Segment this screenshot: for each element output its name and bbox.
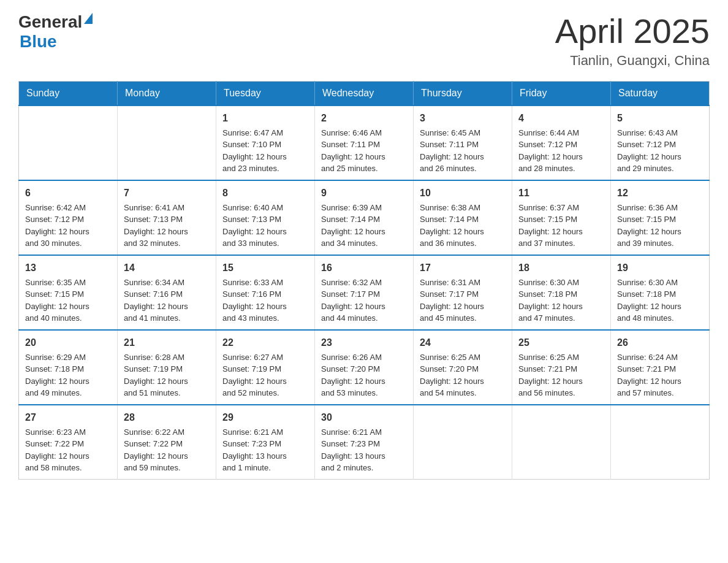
calendar-cell-w2-d3: 8Sunrise: 6:40 AMSunset: 7:13 PMDaylight… [216, 180, 315, 255]
day-info-line: Sunrise: 6:27 AM [222, 351, 308, 364]
day-info-line: Sunset: 7:13 PM [124, 213, 210, 226]
day-info-line: and 47 minutes. [518, 312, 604, 324]
calendar-cell-w4-d5: 24Sunrise: 6:25 AMSunset: 7:20 PMDayligh… [414, 330, 512, 405]
calendar-cell-w5-d2: 28Sunrise: 6:22 AMSunset: 7:22 PMDayligh… [118, 405, 216, 480]
day-info-line: Sunrise: 6:39 AM [321, 202, 407, 214]
day-info-line: Sunset: 7:12 PM [518, 139, 604, 151]
logo-blue-text: Blue [20, 32, 57, 52]
calendar-cell-w4-d6: 25Sunrise: 6:25 AMSunset: 7:21 PMDayligh… [512, 330, 611, 405]
calendar-cell-w3-d6: 18Sunrise: 6:30 AMSunset: 7:18 PMDayligh… [512, 255, 611, 330]
calendar-cell-w5-d4: 30Sunrise: 6:21 AMSunset: 7:23 PMDayligh… [315, 405, 414, 480]
day-info-line: Daylight: 12 hours [321, 226, 407, 238]
day-info-line: Sunset: 7:15 PM [25, 288, 111, 301]
calendar-cell-w3-d5: 17Sunrise: 6:31 AMSunset: 7:17 PMDayligh… [414, 255, 512, 330]
calendar-cell-w4-d3: 22Sunrise: 6:27 AMSunset: 7:19 PMDayligh… [216, 330, 315, 405]
day-info-line: Sunset: 7:22 PM [124, 438, 210, 450]
day-number: 21 [124, 335, 210, 350]
day-info-line: Sunset: 7:23 PM [321, 438, 407, 450]
logo-general-text: General [18, 12, 82, 32]
day-info-line: Sunrise: 6:45 AM [420, 127, 506, 139]
day-number: 3 [420, 111, 506, 126]
day-info-line: Daylight: 12 hours [124, 301, 210, 313]
day-info-line: Sunset: 7:18 PM [617, 288, 703, 301]
day-info-line: Daylight: 12 hours [617, 226, 703, 238]
day-info-line: Sunset: 7:17 PM [420, 288, 506, 301]
day-info-line: Sunset: 7:18 PM [25, 363, 111, 375]
day-info-line: Sunrise: 6:21 AM [321, 426, 407, 439]
day-info-line: Daylight: 12 hours [617, 375, 703, 388]
calendar-week-4: 20Sunrise: 6:29 AMSunset: 7:18 PMDayligh… [19, 330, 710, 405]
day-info-line: Sunset: 7:21 PM [617, 363, 703, 375]
day-number: 8 [222, 186, 308, 201]
calendar-cell-w1-d6: 4Sunrise: 6:44 AMSunset: 7:12 PMDaylight… [512, 105, 611, 180]
title-block: April 2025 Tianlin, Guangxi, China [555, 12, 710, 69]
month-year-title: April 2025 [555, 12, 710, 50]
day-info-line: Sunset: 7:16 PM [124, 288, 210, 301]
day-info-line: Sunrise: 6:28 AM [124, 351, 210, 364]
day-info-line: and 34 minutes. [321, 237, 407, 250]
calendar-week-1: 1Sunrise: 6:47 AMSunset: 7:10 PMDaylight… [19, 105, 710, 180]
day-info-line: and 25 minutes. [321, 163, 407, 175]
day-info-line: Daylight: 12 hours [518, 226, 604, 238]
day-info-line: and 29 minutes. [617, 163, 703, 175]
calendar-cell-w1-d3: 1Sunrise: 6:47 AMSunset: 7:10 PMDaylight… [216, 105, 315, 180]
day-info-line: Sunset: 7:20 PM [321, 363, 407, 375]
day-info-line: Daylight: 12 hours [222, 226, 308, 238]
calendar-cell-w3-d3: 15Sunrise: 6:33 AMSunset: 7:16 PMDayligh… [216, 255, 315, 330]
calendar-cell-w4-d2: 21Sunrise: 6:28 AMSunset: 7:19 PMDayligh… [118, 330, 216, 405]
day-info-line: Sunset: 7:18 PM [518, 288, 604, 301]
calendar-cell-w4-d4: 23Sunrise: 6:26 AMSunset: 7:20 PMDayligh… [315, 330, 414, 405]
day-info-line: Sunset: 7:11 PM [321, 139, 407, 151]
day-info-line: Daylight: 12 hours [617, 301, 703, 313]
day-number: 19 [617, 261, 703, 275]
day-info-line: Daylight: 12 hours [617, 151, 703, 163]
calendar-cell-w5-d7 [611, 405, 710, 480]
day-info-line: and 1 minute. [222, 462, 308, 474]
day-info-line: Daylight: 12 hours [420, 301, 506, 313]
day-info-line: and 23 minutes. [222, 163, 308, 175]
day-info-line: and 37 minutes. [518, 237, 604, 250]
day-info-line: Daylight: 12 hours [518, 151, 604, 163]
day-info-line: Sunrise: 6:44 AM [518, 127, 604, 139]
day-info-line: Sunrise: 6:37 AM [518, 202, 604, 214]
day-info-line: Sunrise: 6:21 AM [222, 426, 308, 439]
day-info-line: Daylight: 12 hours [420, 226, 506, 238]
day-number: 13 [25, 261, 111, 275]
calendar-week-3: 13Sunrise: 6:35 AMSunset: 7:15 PMDayligh… [19, 255, 710, 330]
day-number: 5 [617, 111, 703, 126]
day-info-line: Sunrise: 6:32 AM [321, 277, 407, 289]
day-number: 10 [420, 186, 506, 201]
day-info-line: Daylight: 12 hours [518, 301, 604, 313]
day-info-line: and 36 minutes. [420, 237, 506, 250]
day-info-line: Sunrise: 6:26 AM [321, 351, 407, 364]
day-info-line: Daylight: 12 hours [222, 301, 308, 313]
day-info-line: Sunset: 7:11 PM [420, 139, 506, 151]
day-info-line: Sunset: 7:12 PM [25, 213, 111, 226]
day-info-line: Sunset: 7:19 PM [124, 363, 210, 375]
day-info-line: Sunrise: 6:46 AM [321, 127, 407, 139]
day-info-line: and 52 minutes. [222, 387, 308, 399]
day-info-line: Sunrise: 6:24 AM [617, 351, 703, 364]
day-number: 9 [321, 186, 407, 201]
day-info-line: Sunrise: 6:47 AM [222, 127, 308, 139]
day-number: 1 [222, 111, 308, 126]
day-number: 2 [321, 111, 407, 126]
day-info-line: and 54 minutes. [420, 387, 506, 399]
day-info-line: Daylight: 12 hours [25, 450, 111, 462]
calendar-cell-w4-d1: 20Sunrise: 6:29 AMSunset: 7:18 PMDayligh… [19, 330, 118, 405]
day-info-line: Sunrise: 6:25 AM [420, 351, 506, 364]
day-info-line: Daylight: 12 hours [222, 151, 308, 163]
day-info-line: and 32 minutes. [124, 237, 210, 250]
day-number: 4 [518, 111, 604, 126]
calendar-cell-w1-d4: 2Sunrise: 6:46 AMSunset: 7:11 PMDaylight… [315, 105, 414, 180]
day-info-line: Daylight: 12 hours [124, 226, 210, 238]
calendar-cell-w3-d4: 16Sunrise: 6:32 AMSunset: 7:17 PMDayligh… [315, 255, 414, 330]
day-info-line: Daylight: 12 hours [25, 375, 111, 388]
day-info-line: and 48 minutes. [617, 312, 703, 324]
day-number: 6 [25, 186, 111, 201]
calendar-cell-w3-d2: 14Sunrise: 6:34 AMSunset: 7:16 PMDayligh… [118, 255, 216, 330]
location-subtitle: Tianlin, Guangxi, China [555, 53, 710, 69]
day-number: 29 [222, 410, 308, 425]
day-info-line: Sunrise: 6:41 AM [124, 202, 210, 214]
day-info-line: Sunset: 7:20 PM [420, 363, 506, 375]
